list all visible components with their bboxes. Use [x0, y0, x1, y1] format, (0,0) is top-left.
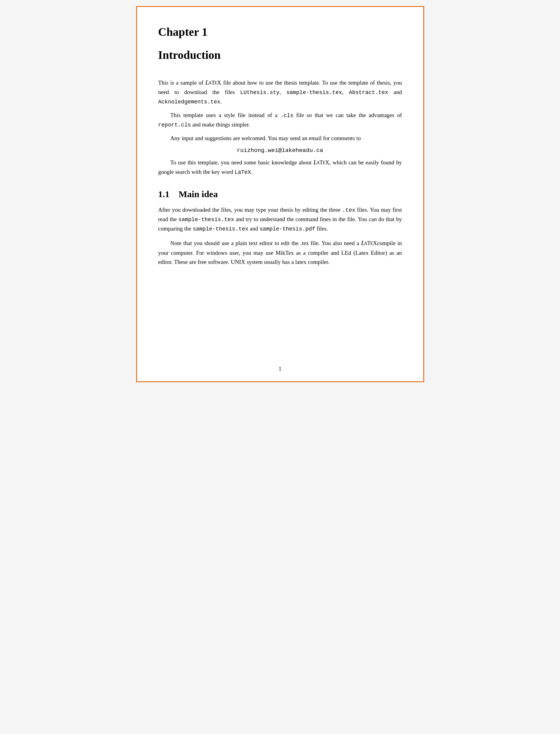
file-sample-thesis-tex-3: sample-thesis.tex [193, 226, 248, 232]
main-para1-text: After you downloaded the files, you may … [158, 206, 402, 232]
main-paragraph-2: Note that you should use a plain text ed… [158, 237, 402, 266]
file-tex-ext: .tex [342, 207, 355, 213]
para3-text: Any input and suggestions are welcomed. … [170, 135, 361, 141]
para4-text-a: To use this template, you need some basi… [170, 159, 314, 166]
paragraph-1: This is a sample of LATEX file about how… [158, 77, 402, 106]
file-cls: .cls [280, 112, 293, 119]
main-paragraph-1: After you downloaded the files, you may … [158, 205, 402, 233]
keyword-latex: LaTeX [235, 169, 251, 175]
para2-text: This template uses a style file instead … [158, 112, 402, 128]
file-reportcls: report.cls [158, 122, 191, 128]
latex-logo-1: LATEX [205, 79, 221, 86]
main-para2-text-a: Note that you should use a plain text ed… [170, 240, 361, 246]
section-title: Main idea [179, 189, 218, 199]
email-address: ruizhong.wei@lakeheadu.ca [158, 147, 402, 154]
file-abstract: Abstract.tex [349, 89, 388, 95]
page-number: 1 [279, 366, 281, 372]
intro-heading: Introduction [158, 48, 402, 62]
paragraph-4: To use this template, you need some basi… [158, 157, 402, 177]
latex-logo-3: LATEX [361, 240, 377, 246]
document-page: Chapter 1 Introduction This is a sample … [136, 6, 424, 382]
file-sample-thesis-pdf: sample-thesis.pdf [260, 226, 315, 232]
latex-logo-2: LATEX [314, 159, 330, 166]
section-1-1-heading: 1.1Main idea [158, 189, 402, 199]
file-acknoledgements: Acknoledgements.tex [158, 99, 220, 105]
para1-text-a: This is a sample of [158, 79, 206, 86]
file-sample-thesis-tex: sample-thesis.tex [286, 89, 342, 95]
paragraph-2: This template uses a style file instead … [158, 111, 402, 129]
chapter-heading: Chapter 1 [158, 25, 402, 39]
paragraph-3: Any input and suggestions are welcomed. … [158, 134, 402, 143]
file-luthesis: LUthesis.sty [240, 89, 280, 95]
file-sample-thesis-tex-2: sample-thesis.tex [178, 216, 234, 223]
section-number: 1.1 [158, 189, 170, 199]
